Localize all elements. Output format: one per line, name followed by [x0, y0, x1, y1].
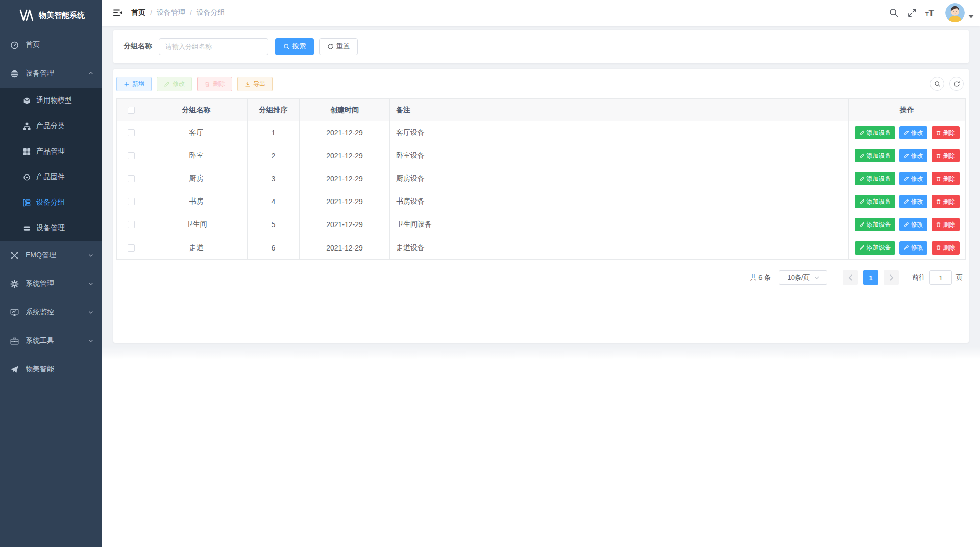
row-edit-button[interactable]: 修改	[899, 172, 927, 185]
reset-button[interactable]: 重置	[319, 38, 358, 55]
logo-row[interactable]: 物美智能系统	[0, 0, 102, 31]
avatar[interactable]	[945, 3, 965, 22]
page-size-select[interactable]: 10条/页	[779, 270, 827, 285]
row-checkbox[interactable]	[128, 175, 135, 182]
row-edit-button[interactable]: 修改	[899, 195, 927, 208]
next-page-button[interactable]	[884, 270, 899, 285]
refresh-button[interactable]	[949, 77, 964, 91]
cell-group-order: 5	[248, 213, 300, 236]
fullscreen-icon[interactable]	[907, 8, 917, 18]
add-device-button[interactable]: 添加设备	[855, 126, 895, 139]
search-icon[interactable]	[889, 8, 899, 18]
sidebar-item-device-management-sub[interactable]: 设备管理	[0, 215, 102, 241]
table-row: 厨房 3 2021-12-29 厨房设备 添加设备 修改 删除	[117, 167, 965, 190]
sidebar-item-wumei-smart[interactable]: 物美智能	[0, 355, 102, 384]
breadcrumb-home[interactable]: 首页	[131, 8, 145, 17]
cell-remark: 书房设备	[390, 190, 849, 213]
sidebar-item-system-monitor[interactable]: 系统监控	[0, 298, 102, 327]
sidebar-submenu-device-management: 通用物模型 产品分类 产品管理 产品固件	[0, 88, 102, 241]
sidebar-item-system-management[interactable]: 系统管理	[0, 269, 102, 298]
cell-group-order: 4	[248, 190, 300, 213]
sidebar-item-device-group[interactable]: 设备分组	[0, 190, 102, 215]
sidebar-item-label: 系统管理	[26, 279, 54, 288]
delete-button[interactable]: 删除	[197, 77, 232, 91]
row-edit-button[interactable]: 修改	[899, 218, 927, 231]
cell-checkbox	[117, 167, 145, 190]
row-edit-button[interactable]: 修改	[899, 241, 927, 255]
table-header-row: 分组名称 分组排序 创建时间 备注 操作	[117, 99, 965, 121]
row-checkbox[interactable]	[128, 152, 135, 159]
row-delete-button[interactable]: 删除	[932, 172, 960, 185]
toolbox-icon	[10, 337, 19, 345]
add-button[interactable]: 新增	[116, 77, 152, 91]
add-device-button[interactable]: 添加设备	[855, 172, 895, 185]
cell-checkbox	[117, 190, 145, 213]
chevron-down-icon	[88, 338, 94, 344]
table-row: 走道 6 2021-12-29 走道设备 添加设备 修改 删除	[117, 236, 965, 259]
row-delete-button[interactable]: 删除	[932, 195, 960, 208]
add-device-button[interactable]: 添加设备	[855, 149, 895, 162]
edit-button[interactable]: 修改	[157, 77, 192, 91]
select-all-checkbox[interactable]	[128, 107, 135, 114]
toggle-search-button[interactable]	[930, 77, 944, 91]
gear-icon	[10, 280, 19, 288]
search-button[interactable]: 搜索	[275, 38, 314, 55]
sidebar-item-label: 设备管理	[36, 223, 65, 233]
sidebar-item-home[interactable]: 首页	[0, 31, 102, 59]
breadcrumb-device-management: 设备管理	[157, 8, 185, 17]
chevron-down-icon	[88, 309, 94, 315]
row-delete-button[interactable]: 删除	[932, 149, 960, 162]
sidebar-menu: 首页 设备管理 通用物模型 产品分类	[0, 31, 102, 384]
cell-actions: 添加设备 修改 删除	[849, 167, 965, 190]
paper-plane-icon	[10, 365, 19, 374]
row-checkbox[interactable]	[128, 244, 135, 252]
cell-actions: 添加设备 修改 删除	[849, 213, 965, 236]
sidebar-item-label: 系统工具	[26, 336, 54, 345]
cell-created-time: 2021-12-29	[300, 144, 390, 167]
row-checkbox[interactable]	[128, 221, 135, 228]
caret-down-icon[interactable]	[968, 15, 974, 18]
header-cell-order: 分组排序	[248, 99, 300, 121]
content-bottom-fade	[102, 347, 980, 359]
hamburger-icon[interactable]	[113, 8, 123, 18]
add-device-label: 添加设备	[867, 152, 891, 160]
export-button[interactable]: 导出	[237, 77, 273, 91]
sidebar-item-product-category[interactable]: 产品分类	[0, 113, 102, 139]
row-delete-button[interactable]: 删除	[932, 126, 960, 139]
add-device-button[interactable]: 添加设备	[855, 218, 895, 231]
target-icon	[23, 173, 31, 181]
cell-actions: 添加设备 修改 删除	[849, 236, 965, 259]
sidebar-item-system-tools[interactable]: 系统工具	[0, 327, 102, 355]
row-checkbox[interactable]	[128, 198, 135, 205]
row-delete-button[interactable]: 删除	[932, 241, 960, 255]
row-edit-button[interactable]: 修改	[899, 149, 927, 162]
page-number-1[interactable]: 1	[863, 270, 878, 285]
sitemap-icon	[23, 122, 31, 130]
cell-remark: 客厅设备	[390, 121, 849, 144]
header-cell-action: 操作	[849, 99, 965, 121]
add-button-label: 新增	[132, 80, 144, 88]
device-list-icon	[23, 224, 31, 232]
add-device-button[interactable]: 添加设备	[855, 241, 895, 255]
device-group-icon	[23, 199, 31, 207]
row-delete-button[interactable]: 删除	[932, 218, 960, 231]
group-name-input[interactable]	[159, 38, 268, 55]
sidebar-item-emq-management[interactable]: EMQ管理	[0, 241, 102, 269]
row-delete-label: 删除	[943, 243, 955, 252]
font-size-icon[interactable]: TT	[925, 9, 934, 17]
row-edit-button[interactable]: 修改	[899, 126, 927, 139]
prev-page-button[interactable]	[843, 270, 858, 285]
sidebar-item-thing-model[interactable]: 通用物模型	[0, 88, 102, 113]
grid-icon	[23, 148, 31, 156]
cell-remark: 厨房设备	[390, 167, 849, 190]
device-layers-icon	[10, 69, 19, 78]
add-device-button[interactable]: 添加设备	[855, 195, 895, 208]
row-checkbox[interactable]	[128, 129, 135, 136]
sidebar-item-device-management[interactable]: 设备管理	[0, 59, 102, 88]
goto-page-input[interactable]	[929, 270, 952, 285]
cell-actions: 添加设备 修改 删除	[849, 190, 965, 213]
cell-group-name: 客厅	[145, 121, 248, 144]
sidebar-item-product-firmware[interactable]: 产品固件	[0, 164, 102, 190]
row-edit-label: 修改	[911, 129, 923, 137]
sidebar-item-product-management[interactable]: 产品管理	[0, 139, 102, 164]
